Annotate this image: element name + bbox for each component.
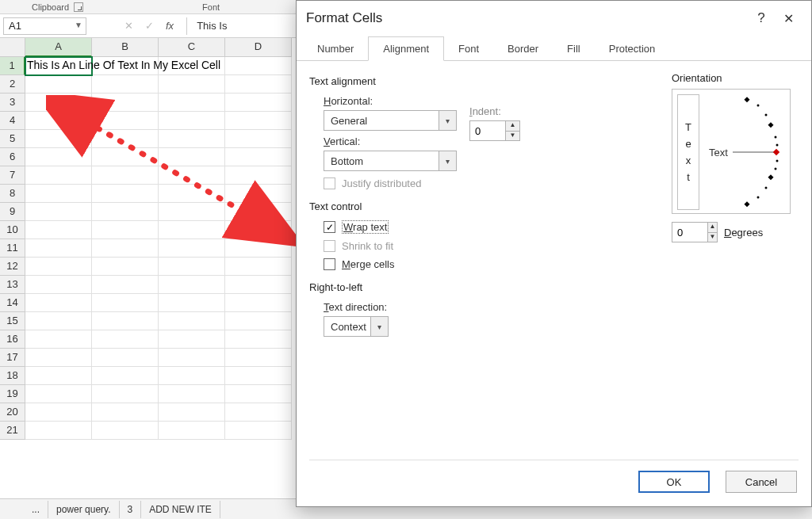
indent-spinner[interactable]: ▲▼ <box>469 120 520 141</box>
close-icon[interactable]: ✕ <box>775 11 802 26</box>
sheet-tab-overflow[interactable]: ... <box>24 501 48 518</box>
wrap-text-checkbox[interactable] <box>324 221 335 233</box>
cell-d5[interactable] <box>225 130 292 148</box>
row-header-7[interactable]: 7 <box>0 166 25 185</box>
cell-d11[interactable] <box>225 239 292 258</box>
cancel-edit-icon[interactable]: ✕ <box>118 20 139 32</box>
select-all-corner[interactable] <box>0 38 25 57</box>
spin-down-icon[interactable]: ▼ <box>506 132 519 141</box>
cell-a15[interactable] <box>25 312 92 330</box>
cell-c18[interactable] <box>159 367 225 385</box>
cell-a20[interactable] <box>25 403 92 422</box>
cell-d10[interactable] <box>225 221 292 239</box>
cell-c15[interactable] <box>159 312 225 330</box>
cell-c16[interactable] <box>159 330 225 349</box>
cell-c8[interactable] <box>159 185 225 203</box>
cell-c9[interactable] <box>159 203 225 221</box>
fx-icon[interactable]: fx <box>166 20 174 32</box>
cell-c14[interactable] <box>159 294 225 312</box>
merge-cells-row[interactable]: Merge cells <box>324 258 799 270</box>
cell-c5[interactable] <box>159 130 225 148</box>
cell-b11[interactable] <box>92 239 159 258</box>
tab-alignment[interactable]: Alignment <box>368 36 444 61</box>
cell-b19[interactable] <box>92 385 159 403</box>
cell-c3[interactable] <box>159 93 225 112</box>
chevron-down-icon[interactable]: ▾ <box>370 317 388 336</box>
horizontal-select[interactable]: General ▾ <box>324 110 457 131</box>
cell-a16[interactable] <box>25 330 92 349</box>
cell-d12[interactable] <box>225 258 292 276</box>
cell-b21[interactable] <box>92 422 159 440</box>
cell-b9[interactable] <box>92 203 159 221</box>
cell-a3[interactable] <box>25 93 92 112</box>
tab-protection[interactable]: Protection <box>595 37 670 60</box>
text-direction-select[interactable]: Context ▾ <box>324 316 389 337</box>
tab-fill[interactable]: Fill <box>553 37 595 60</box>
cell-d9[interactable] <box>225 203 292 221</box>
chevron-down-icon[interactable]: ▾ <box>439 111 456 130</box>
row-header-20[interactable]: 20 <box>0 403 25 422</box>
cell-d15[interactable] <box>225 312 292 330</box>
orientation-box[interactable]: Text Text <box>672 89 791 214</box>
cell-a9[interactable] <box>25 203 92 221</box>
row-header-11[interactable]: 11 <box>0 239 25 258</box>
row-header-13[interactable]: 13 <box>0 276 25 294</box>
name-box[interactable]: A1 ▼ <box>3 17 86 35</box>
cell-b8[interactable] <box>92 185 159 203</box>
sheet-tab-add-new[interactable]: ADD NEW ITE <box>141 501 220 518</box>
cell-c6[interactable] <box>159 148 225 166</box>
cell-b5[interactable] <box>92 130 159 148</box>
cell-d20[interactable] <box>225 403 292 422</box>
cell-a7[interactable] <box>25 166 92 185</box>
name-box-dropdown-icon[interactable]: ▼ <box>75 21 82 29</box>
row-header-12[interactable]: 12 <box>0 258 25 276</box>
cell-c10[interactable] <box>159 221 225 239</box>
row-header-2[interactable]: 2 <box>0 75 25 93</box>
chevron-down-icon[interactable]: ▾ <box>439 151 456 170</box>
cell-d6[interactable] <box>225 148 292 166</box>
cell-d3[interactable] <box>225 93 292 112</box>
cell-a4[interactable] <box>25 112 92 130</box>
cell-a5[interactable] <box>25 130 92 148</box>
cell-b6[interactable] <box>92 148 159 166</box>
help-icon[interactable]: ? <box>748 10 775 26</box>
column-header-c[interactable]: C <box>159 38 225 57</box>
cancel-button[interactable]: Cancel <box>726 471 797 493</box>
row-header-17[interactable]: 17 <box>0 349 25 367</box>
cell-d4[interactable] <box>225 112 292 130</box>
row-header-19[interactable]: 19 <box>0 385 25 403</box>
cell-b12[interactable] <box>92 258 159 276</box>
cell-c20[interactable] <box>159 403 225 422</box>
cell-a8[interactable] <box>25 185 92 203</box>
tab-number[interactable]: Number <box>303 37 368 60</box>
cell-d18[interactable] <box>225 367 292 385</box>
cell-a12[interactable] <box>25 258 92 276</box>
row-header-16[interactable]: 16 <box>0 330 25 349</box>
cell-b3[interactable] <box>92 93 159 112</box>
cell-c2[interactable] <box>159 75 225 93</box>
cell-a14[interactable] <box>25 294 92 312</box>
vertical-select[interactable]: Bottom ▾ <box>324 151 457 171</box>
cell-b4[interactable] <box>92 112 159 130</box>
cell-a2[interactable] <box>25 75 92 93</box>
cell-b2[interactable] <box>92 75 159 93</box>
cell-b7[interactable] <box>92 166 159 185</box>
row-header-10[interactable]: 10 <box>0 221 25 239</box>
row-header-6[interactable]: 6 <box>0 148 25 166</box>
cell-b17[interactable] <box>92 349 159 367</box>
cell-c21[interactable] <box>159 422 225 440</box>
indent-value[interactable] <box>470 121 505 140</box>
sheet-tab-3[interactable]: 3 <box>120 501 142 518</box>
cell-b10[interactable] <box>92 221 159 239</box>
cell-d17[interactable] <box>225 349 292 367</box>
cell-a10[interactable] <box>25 221 92 239</box>
cell-d16[interactable] <box>225 330 292 349</box>
cell-c11[interactable] <box>159 239 225 258</box>
orientation-arc[interactable]: Text <box>706 94 787 210</box>
confirm-edit-icon[interactable]: ✓ <box>139 20 159 32</box>
cell-a17[interactable] <box>25 349 92 367</box>
row-header-4[interactable]: 4 <box>0 112 25 130</box>
sheet-tab-power-query[interactable]: power query. <box>48 501 119 518</box>
cell-b18[interactable] <box>92 367 159 385</box>
orientation-vertical-text[interactable]: Text <box>677 94 699 210</box>
